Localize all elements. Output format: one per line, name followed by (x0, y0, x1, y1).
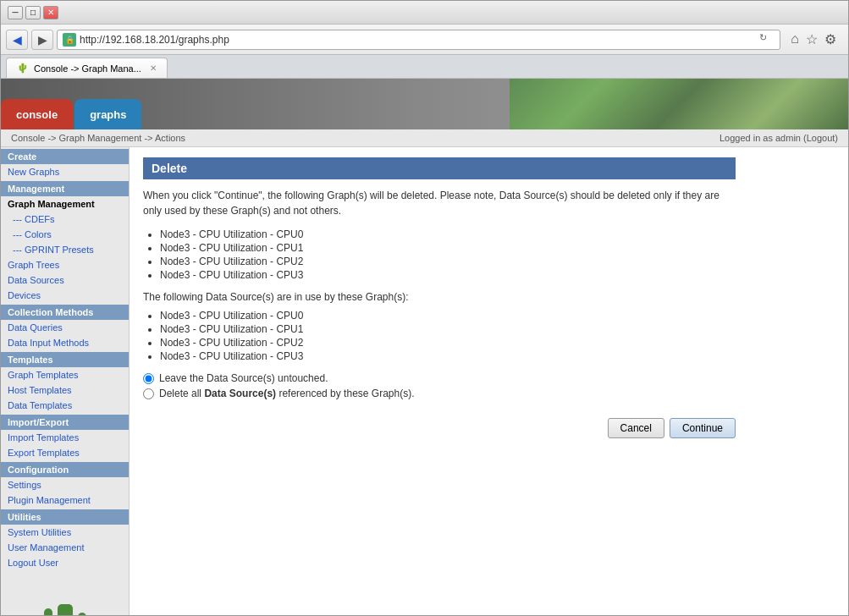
radio-delete[interactable] (143, 388, 154, 399)
list-item: Node3 - CPU Utilization - CPU1 (160, 242, 736, 254)
sidebar-item-data-input-methods[interactable]: Data Input Methods (1, 335, 129, 350)
data-sources-list: Node3 - CPU Utilization - CPU0 Node3 - C… (160, 310, 736, 362)
sidebar-item-user-management[interactable]: User Management (1, 540, 129, 555)
title-bar: ─ □ ✕ (1, 1, 848, 25)
radio-leave-text: Leave the Data Source(s) untouched. (159, 372, 328, 384)
home-icon[interactable]: ⌂ (791, 31, 799, 47)
sidebar-item-host-templates[interactable]: Host Templates (1, 382, 129, 398)
radio-delete-label[interactable]: Delete all Data Source(s) referenced by … (143, 388, 736, 399)
radio-leave[interactable] (143, 373, 154, 384)
delete-section: Delete When you click "Continue", the fo… (143, 157, 736, 438)
sidebar-item-graph-trees[interactable]: Graph Trees (1, 257, 129, 272)
sidebar-item-import-templates[interactable]: Import Templates (1, 430, 129, 445)
button-row: Cancel Continue (143, 411, 736, 438)
radio-leave-label[interactable]: Leave the Data Source(s) untouched. (143, 372, 736, 384)
header-tabs: console graphs (1, 79, 143, 129)
site-icon (63, 33, 76, 47)
sidebar-item-data-sources[interactable]: Data Sources (1, 272, 129, 288)
collection-section-header: Collection Methods (1, 305, 129, 320)
forward-button[interactable]: ▶ (31, 30, 53, 50)
sidebar-item-graph-templates[interactable]: Graph Templates (1, 367, 129, 382)
back-button[interactable]: ◀ (6, 30, 28, 50)
breadcrumb-text: Console -> Graph Management -> Actions (11, 133, 185, 143)
app-content: console graphs Console -> Graph Manageme… (1, 79, 848, 615)
cancel-button[interactable]: Cancel (608, 418, 664, 438)
maximize-button[interactable]: □ (25, 6, 41, 19)
svg-rect-4 (78, 613, 86, 615)
management-section-header: Management (1, 181, 129, 196)
graphs-tab[interactable]: graphs (74, 99, 141, 129)
data-sources-label: The following Data Source(s) are in use … (143, 291, 736, 303)
browser-nav-icons: ⌂ ☆ ⚙ (784, 31, 843, 47)
star-icon[interactable]: ☆ (806, 31, 818, 47)
header-background (510, 79, 848, 129)
sidebar-item-logout-user[interactable]: Logout User (1, 555, 129, 570)
list-item: Node3 - CPU Utilization - CPU1 (160, 323, 736, 335)
list-item: Node3 - CPU Utilization - CPU3 (160, 350, 736, 362)
sidebar-item-devices[interactable]: Devices (1, 288, 129, 303)
login-text: Logged in as admin (Logout) (719, 133, 838, 143)
tab-close-icon[interactable]: ✕ (150, 63, 157, 73)
window-controls: ─ □ ✕ (8, 6, 58, 19)
settings-icon[interactable]: ⚙ (824, 31, 836, 47)
tab-bar: 🌵 Console -> Graph Mana... ✕ (1, 55, 848, 79)
sidebar-item-settings[interactable]: Settings (1, 477, 129, 492)
tab-favicon: 🌵 (17, 63, 29, 74)
import-export-section-header: Import/Export (1, 415, 129, 430)
sidebar-logo (1, 570, 129, 615)
continue-button[interactable]: Continue (670, 418, 736, 438)
address-bar: http://192.168.18.201/graphs.php ↻ (57, 30, 780, 50)
graphs-tab-label: graphs (90, 108, 126, 121)
minimize-button[interactable]: ─ (8, 6, 23, 19)
sidebar-item-graph-management[interactable]: Graph Management (1, 196, 129, 212)
sidebar-item-new-graphs[interactable]: New Graphs (1, 164, 129, 179)
sidebar-item-colors[interactable]: --- Colors (1, 227, 129, 242)
list-item: Node3 - CPU Utilization - CPU0 (160, 310, 736, 322)
sidebar-item-gprint-presets[interactable]: --- GPRINT Presets (1, 242, 129, 257)
delete-title: Delete (143, 157, 736, 179)
url-text: http://192.168.18.201/graphs.php (80, 34, 756, 46)
login-status: Logged in as admin (Logout) (719, 133, 838, 143)
refresh-button[interactable]: ↻ (759, 32, 775, 47)
radio-group: Leave the Data Source(s) untouched. Dele… (143, 372, 736, 399)
console-tab-label: console (16, 108, 58, 121)
navigation-bar: ◀ ▶ http://192.168.18.201/graphs.php ↻ ⌂… (1, 25, 848, 55)
main-area: Create New Graphs Management Graph Manag… (1, 147, 848, 615)
list-item: Node3 - CPU Utilization - CPU0 (160, 228, 736, 240)
radio-delete-text: Delete all Data Source(s) referenced by … (159, 388, 415, 399)
list-item: Node3 - CPU Utilization - CPU3 (160, 269, 736, 281)
utilities-section-header: Utilities (1, 509, 129, 525)
sidebar-item-system-utilities[interactable]: System Utilities (1, 525, 129, 540)
sidebar-item-cdefs[interactable]: --- CDEFs (1, 212, 129, 227)
list-item: Node3 - CPU Utilization - CPU2 (160, 337, 736, 349)
list-item: Node3 - CPU Utilization - CPU2 (160, 256, 736, 267)
app-header: console graphs (1, 79, 848, 129)
active-tab[interactable]: 🌵 Console -> Graph Mana... ✕ (6, 58, 168, 78)
delete-description: When you click "Continue", the following… (143, 188, 736, 218)
breadcrumb: Console -> Graph Management -> Actions (11, 133, 185, 143)
cactus-icon (36, 587, 95, 615)
sidebar-item-plugin-management[interactable]: Plugin Management (1, 492, 129, 508)
content-area: Delete When you click "Continue", the fo… (130, 147, 848, 615)
sidebar-item-data-queries[interactable]: Data Queries (1, 320, 129, 335)
svg-rect-2 (44, 608, 52, 615)
breadcrumb-bar: Console -> Graph Management -> Actions L… (1, 129, 848, 147)
create-section-header: Create (1, 149, 129, 164)
graphs-list: Node3 - CPU Utilization - CPU0 Node3 - C… (160, 228, 736, 281)
sidebar-item-data-templates[interactable]: Data Templates (1, 398, 129, 413)
console-tab[interactable]: console (1, 99, 73, 129)
svg-rect-0 (58, 604, 73, 615)
sidebar-item-export-templates[interactable]: Export Templates (1, 445, 129, 460)
templates-section-header: Templates (1, 352, 129, 367)
close-button[interactable]: ✕ (43, 6, 58, 19)
configuration-section-header: Configuration (1, 462, 129, 477)
sidebar: Create New Graphs Management Graph Manag… (1, 147, 130, 615)
tab-title: Console -> Graph Mana... (34, 63, 141, 74)
